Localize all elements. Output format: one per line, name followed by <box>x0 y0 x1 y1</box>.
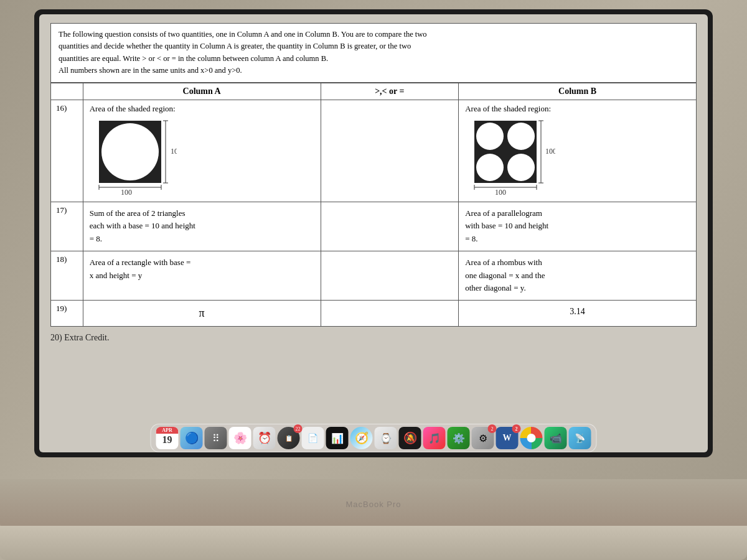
cal-month: APR <box>156 427 179 434</box>
dock-item-watch[interactable]: ⌚ <box>375 427 397 449</box>
dock-item-finder[interactable]: 🔵 <box>181 427 203 449</box>
dock-item-clock[interactable]: ⏰ <box>253 427 276 449</box>
dock-item-settings[interactable]: ⚙ 2 <box>472 427 494 449</box>
dock-item-photos[interactable]: 🌸 <box>229 427 251 449</box>
dock-item-airdrop[interactable]: 📡 <box>569 427 591 449</box>
row-18-num: 18) <box>51 251 83 300</box>
instruction-line1: The following question consists of two q… <box>59 30 427 39</box>
row-16-col-b-label: Area of the shaded region: <box>465 104 690 114</box>
table-row: 18) Area of a rectangle with base = x an… <box>51 251 697 300</box>
instruction-line3: quantities are equal. Write > or < or = … <box>59 54 328 63</box>
row-18-col-b: Area of a rhombus with one diagonal = x … <box>459 251 697 300</box>
table-header-row: Column A >,< or = Column B <box>51 83 697 100</box>
svg-text:100: 100 <box>545 147 555 156</box>
row-19-col-b: 3.14 <box>459 301 697 327</box>
svg-point-12 <box>507 123 535 150</box>
table-row: 19) π 3.14 <box>51 301 697 327</box>
row-17-col-b: Area of a parallelogram with base = 10 a… <box>459 202 697 251</box>
instruction-line4: All numbers shown are in the same units … <box>59 66 242 75</box>
row-18-answer[interactable] <box>321 251 459 300</box>
dock-item-chrome[interactable] <box>520 427 543 449</box>
row-19-answer[interactable] <box>321 301 459 327</box>
cal-day: 19 <box>162 434 172 447</box>
row-16-num: 16) <box>51 100 83 202</box>
dock-item-facetime[interactable]: 📹 <box>545 427 567 449</box>
row-19-num: 19) <box>51 301 83 327</box>
instruction-line2: quantities and decide whether the quanti… <box>59 42 411 50</box>
svg-text:100: 100 <box>121 188 132 195</box>
macbook-label: MacBook Pro <box>345 500 401 509</box>
row-17-num: 17) <box>51 202 83 251</box>
svg-point-14 <box>507 154 535 181</box>
row-16-col-a-label: Area of the shaded region: <box>90 104 314 114</box>
dock: APR 19 🔵 ⠿ 🌸 ⏰ 22 📋 <box>151 424 597 452</box>
row-17-answer[interactable] <box>321 202 459 251</box>
row-17-col-a: Sum of the area of 2 triangles each with… <box>83 202 321 251</box>
col-a-shape-svg: 100 100 <box>96 118 177 195</box>
row-19-col-a: π <box>83 301 321 327</box>
row-18-col-a: Area of a rectangle with base = x and he… <box>83 251 321 300</box>
dock-item-word[interactable]: 📄 <box>302 427 324 449</box>
dock-item-dnd[interactable]: 🔕 <box>399 427 421 449</box>
dock-item-launchpad[interactable]: ⠿ <box>205 427 227 449</box>
col-b-shape-svg: 100 100 <box>471 118 555 195</box>
svg-point-1 <box>101 123 159 180</box>
svg-point-11 <box>476 123 504 150</box>
col-mid-header: >,< or = <box>321 83 459 100</box>
row-16-col-a: Area of the shaded region: <box>83 100 321 202</box>
dock-item-safari[interactable]: 🧭 <box>350 427 373 449</box>
dock-item-msword[interactable]: W 2 <box>496 427 519 449</box>
dock-item-calendar[interactable]: APR 19 <box>156 427 179 449</box>
dock-item-music[interactable]: 🎵 <box>423 427 446 449</box>
table-row: 17) Sum of the area of 2 triangles each … <box>51 202 697 251</box>
col-a-header: Column A <box>83 83 321 100</box>
notification-badge: 22 <box>294 424 303 433</box>
col-b-header: Column B <box>459 83 697 100</box>
extra-credit: 20) Extra Credit. <box>50 333 697 343</box>
svg-point-13 <box>476 154 504 181</box>
dock-item-notes[interactable]: 22 📋 <box>278 427 300 449</box>
svg-text:100: 100 <box>495 188 506 195</box>
w-label: W <box>503 433 512 443</box>
svg-text:100: 100 <box>171 147 177 156</box>
table-row: 16) Area of the shaded region: <box>51 100 697 202</box>
num-header <box>51 83 83 100</box>
row-16-col-b: Area of the shaded region: <box>459 100 697 202</box>
instructions-box: The following question consists of two q… <box>50 23 697 83</box>
row-16-answer[interactable] <box>321 100 459 202</box>
worksheet-table: Column A >,< or = Column B 16) Area of t… <box>50 83 697 327</box>
dock-item-stocks[interactable]: 📊 <box>326 427 349 449</box>
dock-item-activity[interactable]: ⚙️ <box>448 427 470 449</box>
